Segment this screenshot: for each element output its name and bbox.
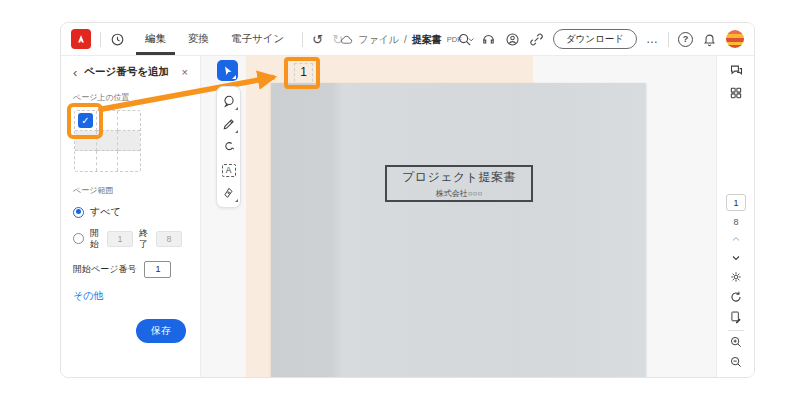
topbar-right: ダウンロード … ? [457,29,744,49]
position-cell-middle-right [118,131,140,151]
divider [100,32,101,47]
select-tool-button[interactable] [217,60,238,81]
panel-title: ページ番号を追加 [84,65,169,79]
document-title-box: プロジェクト提案書 株式会社○○○ [385,165,533,202]
breadcrumb-filename[interactable]: 提案書 [412,33,442,47]
panel-header: ‹ ページ番号を追加 × [73,65,188,79]
add-text-icon: A [222,164,236,177]
radio-all-selected[interactable] [73,207,84,218]
share-people-icon[interactable] [505,32,520,47]
divider [728,330,744,331]
back-chevron-icon[interactable]: ‹ [73,66,77,79]
chevron-down-icon[interactable] [467,35,476,44]
topbar: 編集 変換 電子サイン ↺ ↻ ファイル / 提案書 PDF [61,23,754,56]
position-cell-bottom-center[interactable] [97,151,119,171]
tools-pill: A [216,86,241,208]
file-type-badge: PDF [447,35,462,44]
more-options-link[interactable]: その他 [73,289,188,303]
end-label: 終了 [139,228,150,250]
topbar-left: 編集 変換 電子サイン ↺ ↻ [71,23,343,55]
start-number-row: 開始ページ番号 [73,261,188,278]
comments-icon[interactable] [717,63,755,78]
quick-tools: A [216,60,242,208]
acrobat-logo-icon [74,32,88,46]
main-menu: 編集 変換 電子サイン [136,23,293,55]
download-button[interactable]: ダウンロード [553,29,637,49]
range-label: ページ範囲 [73,185,188,196]
user-avatar[interactable] [726,30,744,48]
cloud-icon [339,33,353,47]
divider [302,32,303,47]
right-rail: 1 8 [716,56,754,378]
radio-custom-unselected[interactable] [73,233,84,244]
add-text-tool-button[interactable]: A [221,162,237,178]
breadcrumb-separator: / [404,34,407,45]
breadcrumb-root[interactable]: ファイル [358,33,399,47]
zoom-in-icon[interactable] [717,335,755,349]
more-options-icon[interactable]: … [646,32,659,46]
radio-all-label: すべて [90,205,121,219]
undo-icon[interactable]: ↺ [312,32,323,47]
annotation-highlight-box-checkbox [67,103,103,139]
content-area: ‹ ページ番号を追加 × ページ上の位置 ✓ ページ範囲 [61,56,754,378]
menu-esign[interactable]: 電子サイン [222,23,293,55]
acrobat-window: 編集 変換 電子サイン ↺ ↻ ファイル / 提案書 PDF [60,22,755,378]
start-page-input[interactable] [107,231,133,247]
page-view-settings-icon[interactable] [717,270,755,284]
notifications-bell-icon[interactable] [702,32,717,47]
fill-sign-tool-button[interactable] [221,185,237,201]
position-cell-bottom-left[interactable] [75,151,97,171]
organize-pages-icon[interactable] [717,310,755,324]
acrobat-logo[interactable] [71,29,91,49]
annotation-highlight-box-pagenumber [284,57,320,89]
position-cell-top-right[interactable] [118,111,140,131]
rotate-page-icon[interactable] [717,290,755,304]
save-button[interactable]: 保存 [136,319,186,343]
link-icon[interactable] [529,32,544,47]
position-label: ページ上の位置 [73,92,188,103]
position-cell-bottom-right[interactable] [118,151,140,171]
zoom-out-icon[interactable] [717,355,755,369]
start-label: 開始 [90,228,101,250]
cursor-icon [222,65,234,77]
page-thumbnails-icon[interactable] [717,86,755,100]
close-icon[interactable]: × [182,67,188,78]
divider [668,32,669,47]
start-number-label: 開始ページ番号 [73,263,136,276]
page-number-panel: ‹ ページ番号を追加 × ページ上の位置 ✓ ページ範囲 [61,56,201,378]
screenshot-background: 編集 変換 電子サイン ↺ ↻ ファイル / 提案書 PDF [0,0,801,401]
document-canvas: プロジェクト提案書 株式会社○○○ 1 [201,56,716,378]
draw-tool-button[interactable] [221,116,237,132]
position-grid: ✓ [74,110,141,172]
recent-files-icon[interactable] [110,32,125,47]
range-option-all[interactable]: すべて [73,205,188,219]
breadcrumb[interactable]: ファイル / 提案書 PDF [339,23,476,56]
previous-page-icon[interactable] [717,233,755,245]
help-icon[interactable]: ? [678,32,693,47]
document-title: プロジェクト提案書 [402,169,516,186]
support-headset-icon[interactable] [481,32,496,47]
highlight-tool-button[interactable] [221,139,237,155]
total-pages-label: 8 [717,217,755,227]
start-number-input[interactable] [144,261,171,278]
menu-edit[interactable]: 編集 [136,23,175,55]
comment-tool-button[interactable] [221,93,237,109]
next-page-icon[interactable] [717,252,755,264]
current-page-input[interactable]: 1 [726,194,746,211]
position-cell-top-left[interactable]: ✓ [75,111,97,131]
document-subtitle: 株式会社○○○ [436,188,483,199]
end-page-input[interactable] [156,231,182,247]
pdf-page: プロジェクト提案書 株式会社○○○ [271,83,646,377]
range-option-custom[interactable]: 開始 終了 [73,228,188,250]
menu-convert[interactable]: 変換 [179,23,218,55]
